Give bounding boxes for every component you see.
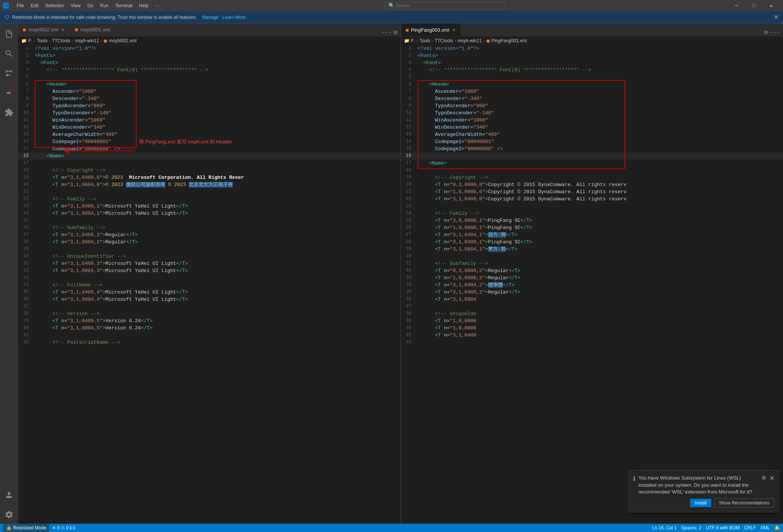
menu-terminal[interactable]: Terminal <box>112 2 135 9</box>
notifications-status[interactable]: 🔔 <box>774 525 780 530</box>
code-line: 31 <T n="3,1,0409,3">Microsoft YaHei UI … <box>18 260 401 267</box>
code-line: 42 <!-- PostscriptName --> <box>18 339 401 346</box>
breadcrumb-msyh-win11-r: msyh-win11 <box>458 38 482 43</box>
right-code-editor[interactable]: 1 <?xml version="1.0"?> 2 <Fonts> 3 <Fon… <box>401 45 783 524</box>
breadcrumb-ttctools: TTCtools <box>52 38 71 43</box>
code-line: 26 <T n="1,0,0000,1">PingFang SC</T> <box>401 224 783 231</box>
code-line: 10 TypoDescender="-140" <box>401 109 783 117</box>
code-line: 38 <!-- UniqueIde <box>401 310 783 317</box>
tab-more-right[interactable]: ··· <box>769 29 780 36</box>
restricted-mode-status[interactable]: 🔒 Restricted Mode <box>3 524 49 532</box>
notif-close-button[interactable]: ✕ <box>769 475 774 482</box>
menu-help[interactable]: Help <box>136 2 152 9</box>
code-line: 5 <box>401 74 783 81</box>
title-bar: File Edit Selection View Go Run Terminal… <box>0 0 783 11</box>
encoding-status[interactable]: UTF-8 with BOM <box>706 525 740 530</box>
spaces-status[interactable]: Spaces: 2 <box>681 525 701 530</box>
tab-msyhl001[interactable]: ◼ msyhl001.xml <box>70 23 115 36</box>
tab-msyhl002[interactable]: ◼ msyhl002.xml × <box>18 23 70 36</box>
menu-view[interactable]: View <box>68 2 83 9</box>
tab-close-right[interactable]: × <box>452 26 456 34</box>
split-editor-button[interactable]: ⊟ <box>394 29 398 36</box>
status-right: Ln 16, Col 1 Spaces: 2 UTF-8 with BOM CR… <box>652 525 780 530</box>
code-line: 41 <box>18 332 401 339</box>
status-left: 🔒 Restricted Mode ✕ 0 ⚠ 0 ℹ 0 <box>3 524 75 532</box>
close-button[interactable]: ✕ <box>763 0 780 11</box>
code-line: 20 <T n="0,3,0000,0">Copyright © 2015 Dy… <box>401 181 783 188</box>
line-ending-status[interactable]: CRLF <box>744 525 756 530</box>
warning-count: 0 <box>66 525 69 530</box>
maximize-button[interactable]: □ <box>745 0 763 11</box>
bell-icon: 🔔 <box>774 525 780 530</box>
right-code-lines: 1 <?xml version="1.0"?> 2 <Fonts> 3 <Fon… <box>401 45 783 346</box>
menu-selection[interactable]: Selection <box>42 2 67 9</box>
code-line: 23 <box>401 203 783 210</box>
folder-icon: 📁 <box>21 38 27 43</box>
menu-file[interactable]: File <box>14 2 27 9</box>
minimize-button[interactable]: ─ <box>728 0 745 11</box>
warning-icon: ⚠ <box>61 525 65 530</box>
search-input[interactable] <box>385 2 506 9</box>
menu-edit[interactable]: Edit <box>28 2 42 9</box>
code-line: 37 <box>401 303 783 310</box>
tab-close-button[interactable]: × <box>60 26 65 34</box>
code-line: 27 <T n="3,1,0409,2">Regular</T> <box>18 231 401 238</box>
svg-point-0 <box>11 89 13 91</box>
menu-go[interactable]: Go <box>84 2 96 9</box>
code-line: 12 WinDescender="340" <box>401 124 783 131</box>
manage-link[interactable]: Manage <box>202 15 219 20</box>
menu-run[interactable]: Run <box>97 2 111 9</box>
code-line: 12 WinDescender="340" <box>18 124 401 131</box>
code-line: 10 TypoDescender="-140" <box>18 109 401 117</box>
language-label: XML <box>760 525 770 530</box>
breadcrumb-filename-r: PingFang003.xml <box>492 38 527 43</box>
breadcrumb-f-r: F: <box>411 38 415 43</box>
code-line: 18 <box>401 167 783 174</box>
menu-more[interactable]: ··· <box>152 2 162 9</box>
language-status[interactable]: XML <box>760 525 770 530</box>
breadcrumb-tools: Tools <box>37 38 48 43</box>
banner-close-button[interactable]: ✕ <box>774 14 778 21</box>
activity-settings[interactable] <box>0 506 18 524</box>
code-line: 34 <!-- FullName --> <box>18 281 401 289</box>
right-editor-pane: ◼ PingFang003.xml × ⊟ ··· 📁 F: › Tools <box>401 23 783 524</box>
code-line: 5 <box>18 74 401 81</box>
install-button[interactable]: Install <box>690 499 711 507</box>
tab-actions-right: ⊟ ··· <box>761 29 783 36</box>
code-line: 29 <box>18 246 401 253</box>
errors-status[interactable]: ✕ 0 ⚠ 0 ℹ 0 <box>52 525 75 530</box>
code-line: 11 WinAscender="1060" <box>401 117 783 124</box>
notif-text: You have Windows Subsystem for Linux (WS… <box>638 475 758 495</box>
xml-file-breadcrumb-icon-r: ◼ <box>486 38 490 43</box>
code-line: 25 <box>18 217 401 224</box>
code-line: 35 <T n="3,1,0409,2">Regular</T> <box>401 289 783 296</box>
editor-area: ◼ msyhl002.xml × ◼ msyhl001.xml ··· ⊟ <box>18 23 783 524</box>
code-line: 24 <!-- Family --> <box>401 210 783 217</box>
learn-more-link[interactable]: Learn More <box>222 15 245 20</box>
activity-source-control[interactable] <box>0 64 18 82</box>
activity-search[interactable] <box>0 45 18 63</box>
code-line: 21 <box>18 188 401 195</box>
line-col-status[interactable]: Ln 16, Col 1 <box>652 525 677 530</box>
code-line: 29 <T n="3,1,0804,1">苹方-简</T> <box>401 246 783 253</box>
error-icon: ✕ <box>52 525 56 530</box>
activity-files[interactable] <box>0 25 18 43</box>
code-line: 42 <box>401 339 783 346</box>
split-editor-right-button[interactable]: ⊟ <box>764 29 768 36</box>
notif-gear-button[interactable]: ⚙ <box>761 475 766 481</box>
code-line: 32 <T n="3,1,0804,3">Microsoft YaHei UI … <box>18 267 401 274</box>
activity-account[interactable] <box>0 486 18 504</box>
code-line: 38 <!-- Version --> <box>18 310 401 317</box>
info-icon-status: ℹ <box>70 525 72 530</box>
tab-pingfang003[interactable]: ◼ PingFang003.xml × <box>401 23 461 36</box>
activity-extensions[interactable] <box>0 103 18 121</box>
left-code-editor[interactable]: 1 <?xml version="1.0"?> 2 <Fonts> 3 <Fon… <box>18 45 401 524</box>
show-recommendations-button[interactable]: Show Recommendations <box>714 498 774 507</box>
code-line: 1 <?xml version="1.0"?> <box>401 45 783 52</box>
code-line: 9 TypoAscender="860" <box>18 102 401 109</box>
code-line: 6 <Header <box>18 81 401 88</box>
code-line: 14 Codepage1="00040001" <box>18 138 401 145</box>
error-count: 0 <box>57 525 60 530</box>
tab-more-actions[interactable]: ··· <box>381 29 392 36</box>
activity-run[interactable] <box>0 84 18 102</box>
